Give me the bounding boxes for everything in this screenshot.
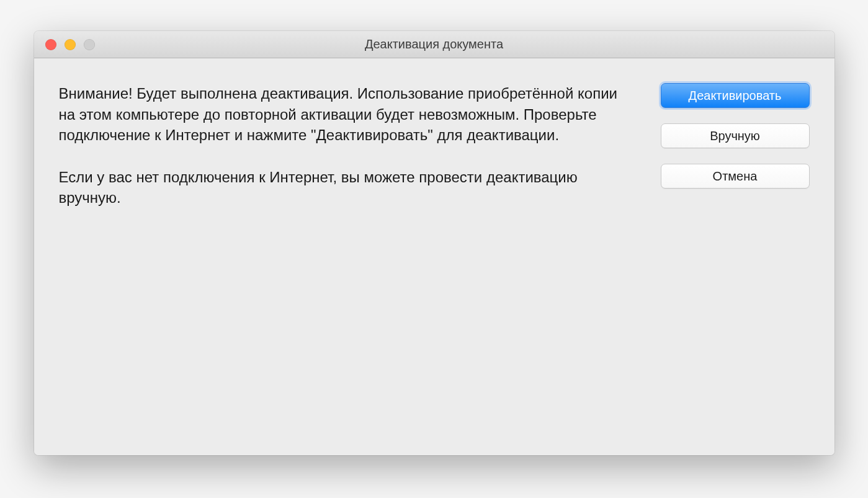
- dialog-window: Деактивация документа Внимание! Будет вы…: [34, 31, 834, 455]
- zoom-icon: [84, 39, 95, 50]
- message-paragraph-2: Если у вас нет подключения к Интернет, в…: [59, 167, 624, 208]
- manual-button[interactable]: Вручную: [661, 123, 810, 148]
- dialog-content: Внимание! Будет выполнена деактивация. И…: [34, 58, 834, 455]
- titlebar: Деактивация документа: [34, 31, 834, 58]
- message-paragraph-1: Внимание! Будет выполнена деактивация. И…: [59, 83, 624, 146]
- message-area: Внимание! Будет выполнена деактивация. И…: [59, 83, 624, 418]
- button-stack: Деактивировать Вручную Отмена: [661, 83, 810, 418]
- traffic-lights: [34, 39, 95, 50]
- close-icon[interactable]: [45, 39, 56, 50]
- window-title: Деактивация документа: [34, 37, 834, 51]
- minimize-icon[interactable]: [65, 39, 76, 50]
- cancel-button[interactable]: Отмена: [661, 164, 810, 189]
- deactivate-button[interactable]: Деактивировать: [661, 83, 810, 108]
